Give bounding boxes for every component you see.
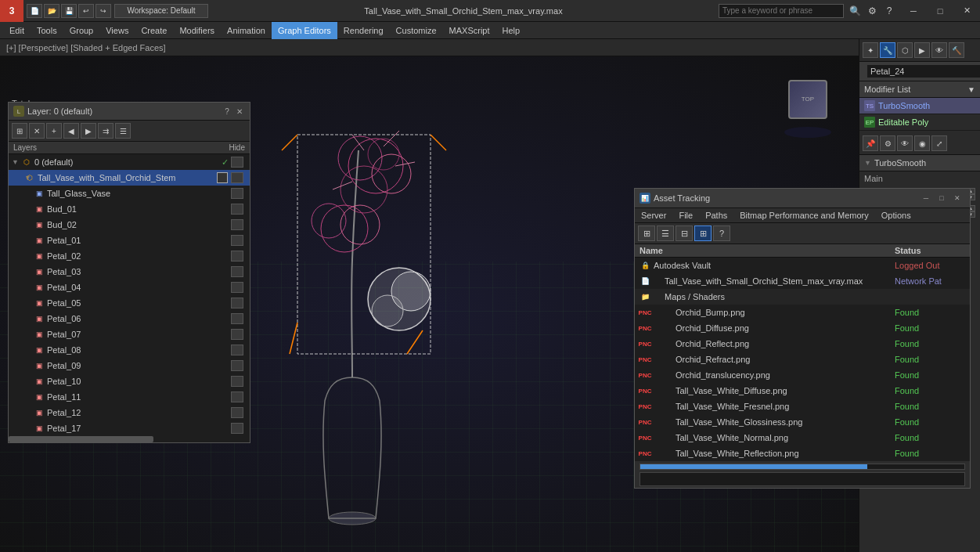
asset-row-group[interactable]: 📁 Maps / Shaders [635, 289, 970, 305]
layer-visibility-box[interactable] [231, 204, 243, 215]
display-tab[interactable]: 👁 [931, 42, 947, 58]
layer-visibility-box[interactable] [231, 219, 243, 230]
layer-visibility-box[interactable] [231, 235, 243, 246]
layer-item[interactable]: ▣ Petal_04 [9, 280, 250, 295]
save-btn[interactable]: 💾 [61, 4, 77, 18]
layer-visibility-box[interactable] [231, 266, 243, 277]
layer-item[interactable]: ▣ Petal_08 [9, 342, 250, 358]
layer-visibility-box[interactable] [231, 172, 243, 183]
create-tab[interactable]: ✦ [863, 42, 878, 58]
menu-edit[interactable]: Edit [3, 22, 31, 39]
help-icon[interactable]: ? [881, 4, 897, 18]
layer-visibility-box[interactable] [231, 345, 243, 355]
menu-help[interactable]: Help [496, 22, 527, 39]
layer-item[interactable]: ▣ Petal_10 [9, 373, 250, 389]
asset-path-input[interactable] [640, 472, 965, 486]
menu-group[interactable]: Group [63, 22, 100, 39]
utilities-tab[interactable]: 🔨 [949, 42, 964, 58]
layer-item[interactable]: ▣ Petal_05 [9, 295, 250, 311]
layer-item[interactable]: ▣ Petal_06 [9, 311, 250, 327]
layer-visibility-box[interactable] [231, 407, 243, 418]
asset-row[interactable]: PNC Tall_Vase_White_Diffuse.png Found [635, 383, 970, 399]
asset-row[interactable]: PNC Tall_Vase_White_Glossiness.png Found [635, 414, 970, 430]
layer-color-swatch[interactable] [217, 172, 228, 183]
close-button[interactable]: ✕ [953, 0, 980, 22]
layer-item[interactable]: ▼ ⬡ Tall_Vase_with_Small_Orchid_Stem [9, 170, 250, 186]
asset-row[interactable]: PNC Tall_Vase_White_Fresnel.png Found [635, 399, 970, 414]
layer-visibility-box[interactable] [231, 376, 243, 387]
modifier-editable-poly[interactable]: EP Editable Poly [859, 114, 980, 131]
menu-rendering[interactable]: Rendering [337, 22, 390, 39]
redo-btn[interactable]: ↪ [95, 4, 111, 18]
ts-section-header[interactable]: ▼ TurboSmooth [859, 155, 980, 171]
workspace-selector[interactable]: Workspace: Default [114, 4, 208, 18]
layer-item[interactable]: ▣ Petal_07 [9, 327, 250, 342]
asset-minimize-btn[interactable]: ─ [918, 192, 934, 204]
menu-modifiers[interactable]: Modifiers [173, 22, 221, 39]
asset-row[interactable]: PNC Tall_Vase_White_Normal.png Found [635, 430, 970, 446]
layer-item[interactable]: ▣ Petal_09 [9, 358, 250, 373]
layer-visibility-box[interactable] [231, 423, 243, 434]
layer-visibility-box[interactable] [231, 391, 243, 402]
asset-close-btn[interactable]: ✕ [949, 192, 965, 204]
hierarchy-tab[interactable]: ⬡ [897, 42, 913, 58]
maximize-button[interactable]: □ [927, 0, 953, 22]
asset-menu-options[interactable]: Options [875, 208, 917, 222]
layer-item[interactable]: ▼ ⬡ 0 (default) ✓ [9, 154, 250, 170]
asset-help-btn[interactable]: ? [713, 225, 730, 241]
layers-merge-btn[interactable]: ⇉ [98, 123, 113, 139]
search-input[interactable] [719, 4, 844, 18]
layer-item[interactable]: ▣ Petal_12 [9, 405, 250, 420]
layers-add-selected-btn[interactable]: + [46, 123, 62, 139]
object-name-input[interactable] [867, 65, 980, 78]
minimize-button[interactable]: ─ [900, 0, 927, 22]
menu-maxscript[interactable]: MAXScript [443, 22, 496, 39]
asset-menu-server[interactable]: Server [635, 208, 672, 222]
asset-maximize-btn[interactable]: □ [934, 192, 949, 204]
new-btn[interactable]: 📄 [27, 4, 42, 18]
layer-visibility-box[interactable] [231, 313, 243, 324]
layer-item[interactable]: ▣ Petal_03 [9, 264, 250, 280]
layers-delete-btn[interactable]: ✕ [29, 123, 45, 139]
asset-row[interactable]: 🔒 Autodesk Vault Logged Out [635, 258, 970, 273]
asset-menu-file[interactable]: File [672, 208, 699, 222]
asset-row[interactable]: PNC Tall_Vase_White_Reflection.png Found [635, 446, 970, 461]
asset-tb-btn1[interactable]: ⊞ [638, 225, 655, 241]
settings-icon[interactable]: ⚙ [864, 4, 880, 18]
pin-stack-btn[interactable]: 📌 [863, 135, 878, 151]
asset-row[interactable]: PNC Orchid_translucency.png Found [635, 367, 970, 383]
asset-row[interactable]: PNC Orchid_Bump.png Found [635, 305, 970, 320]
menu-views[interactable]: Views [99, 22, 135, 39]
asset-row[interactable]: PNC Orchid_Diffuse.png Found [635, 320, 970, 336]
menu-graph-editors[interactable]: Graph Editors [272, 22, 337, 39]
menu-tools[interactable]: Tools [31, 22, 63, 39]
modify-tab[interactable]: 🔧 [880, 42, 895, 58]
menu-animation[interactable]: Animation [221, 22, 272, 39]
layers-scrollbar[interactable] [9, 436, 250, 442]
layers-select-in-btn[interactable]: ◀ [63, 123, 79, 139]
undo-btn[interactable]: ↩ [78, 4, 94, 18]
menu-customize[interactable]: Customize [390, 22, 443, 39]
layer-visibility-box[interactable] [231, 298, 243, 308]
asset-menu-paths[interactable]: Paths [699, 208, 733, 222]
asset-tb-btn2[interactable]: ☰ [657, 225, 674, 241]
asset-menu-bitmap-perf[interactable]: Bitmap Performance and Memory [733, 208, 874, 222]
layer-visibility-box[interactable] [231, 329, 243, 340]
layer-visibility-box[interactable] [231, 157, 243, 168]
asset-tb-btn4[interactable]: ⊞ [694, 225, 712, 241]
layer-item[interactable]: ▣ Petal_02 [9, 248, 250, 264]
menu-create[interactable]: Create [135, 22, 173, 39]
motion-tab[interactable]: ▶ [914, 42, 930, 58]
layers-help-btn[interactable]: ? [222, 106, 232, 117]
layer-item[interactable]: ▣ Tall_Glass_Vase [9, 186, 250, 201]
expand-btn[interactable]: ⤢ [931, 135, 947, 151]
layer-visibility-box[interactable] [231, 251, 243, 262]
asset-row[interactable]: 📄 Tall_Vase_with_Small_Orchid_Stem_max_v… [635, 273, 970, 289]
open-btn[interactable]: 📂 [44, 4, 59, 18]
asset-row[interactable]: PNC Orchid_Reflect.png Found [635, 336, 970, 352]
layers-add-layer-btn[interactable]: ⊞ [12, 123, 27, 139]
layers-close-btn[interactable]: ✕ [234, 106, 245, 117]
asset-tb-btn3[interactable]: ⊟ [676, 225, 693, 241]
layers-settings-btn[interactable]: ☰ [115, 123, 131, 139]
navigation-cube[interactable]: TOP [780, 72, 835, 127]
